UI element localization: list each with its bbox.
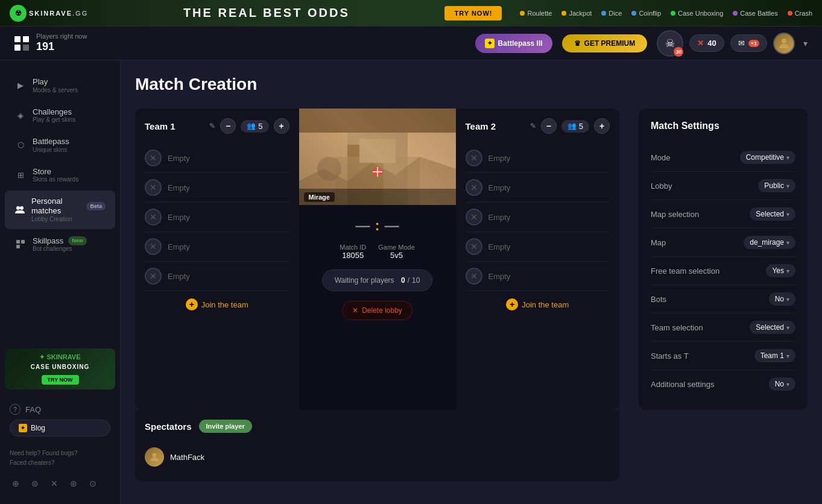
skillpass-icon [14,238,27,250]
players-count: 191 [36,40,87,54]
nav-jackpot[interactable]: Jackpot [561,10,592,17]
settings-starts-value[interactable]: Team 1 ▾ [754,349,795,362]
sidebar-footer: ? FAQ ✦ Blog Need help? Found bugs? Face… [0,394,120,494]
team2-join-button[interactable]: + Join the team [466,291,610,318]
skull-badge: 30 [674,47,683,57]
score-display: — : — [356,217,399,234]
player2-icon: ✕ [145,179,162,196]
team2-count-icon: 👥 [567,122,577,130]
settings-map-value[interactable]: de_mirage ▾ [744,236,795,249]
free-team-chevron-icon: ▾ [786,268,789,274]
discord-icon[interactable]: ⊕ [10,477,22,490]
invite-player-button[interactable]: Invite player [199,420,252,433]
premium-button[interactable]: ♛ GET PREMIUM [562,34,648,52]
team2-plus-button[interactable]: + [594,118,610,134]
svg-rect-8 [21,240,25,244]
nav-crash[interactable]: Crash [788,10,812,17]
svg-rect-14 [299,109,456,133]
svg-rect-9 [16,245,20,248]
svg-rect-3 [23,45,29,51]
sidebar-item-store[interactable]: ⊞ Store Skins as rewards [5,161,115,190]
twitter-icon[interactable]: ✕ [48,477,60,490]
team1-header: Team 1 ✎ − 👥 5 + [145,118,289,134]
delete-lobby-button[interactable]: ✕ Delete lobby [342,301,413,320]
nav-case-battles[interactable]: Case Battles [733,10,777,17]
promo-try-btn[interactable]: TRY NOW [42,375,79,385]
team1-minus-button[interactable]: − [220,118,236,134]
players-label: Players right now [36,33,87,40]
help-text: Need help? Found bugs? Faced cheaters? [10,444,110,473]
sidebar-item-skillpass[interactable]: Skillpass New Bot challenges [5,230,115,259]
blog-icon: ✦ [19,424,27,432]
team1-edit-icon[interactable]: ✎ [209,122,215,130]
team2-slot-1: ✕ Empty [466,143,610,173]
user-avatar[interactable] [773,33,795,54]
battlepass-icon: ✦ [485,39,495,48]
starts-chevron-icon: ▾ [786,353,789,359]
ad-try-button[interactable]: TRY NOW! [444,6,502,20]
team1-join-button[interactable]: + Join the team [145,291,289,318]
team-sel-chevron-icon: ▾ [786,324,789,331]
team1-plus-button[interactable]: + [274,118,289,134]
team1-count-icon: 👥 [247,122,256,130]
vk-icon[interactable]: ⊙ [87,477,99,490]
battlepass-button[interactable]: ✦ Battlepass III [475,34,552,53]
nav-roulette[interactable]: Roulette [520,10,552,17]
settings-bots-value[interactable]: No ▾ [769,292,795,306]
settings-bots-row: Bots No ▾ [651,285,795,313]
score-left: — [356,217,370,234]
score-colon: : [375,217,380,234]
faq-icon: ? [10,404,21,415]
sidebar-item-personal-matches[interactable]: Personal matches Beta Lobby Creation [5,191,115,228]
svg-rect-2 [14,45,21,51]
social-icons: ⊕ ⊚ ✕ ⊛ ⊙ [10,473,110,490]
svg-point-6 [20,206,24,210]
sidebar-item-play[interactable]: ▶ Play Modes & servers [5,71,115,100]
instagram-icon[interactable]: ⊚ [29,477,41,490]
faq-link[interactable]: ? FAQ [10,399,110,420]
nav-coinflip[interactable]: Coinflip [631,10,661,17]
settings-lobby-value[interactable]: Public ▾ [758,179,795,192]
sidebar-item-battlepass[interactable]: ⬡ Battlepass Unique skins [5,131,115,160]
mode-chevron-icon: ▾ [786,154,789,161]
header-actions: ☠ 30 ✕ 40 ✉ +1 ▾ [657,30,810,57]
t2player3-icon: ✕ [466,209,482,225]
sidebar-promo-banner[interactable]: ✦ SKINRAVE CASE UNBOXING TRY NOW [5,348,115,389]
team2-count: 👥 5 [561,120,589,133]
ad-logo[interactable]: ☢ SKINRAVE.GG [10,5,88,22]
play-icon: ▶ [14,80,27,92]
messages-button[interactable]: ✉ +1 [730,34,767,52]
settings-free-team-value[interactable]: Yes ▾ [766,264,795,277]
team2-minus-button[interactable]: − [541,118,557,134]
t2player2-icon: ✕ [466,179,482,196]
xp-button[interactable]: ✕ 40 [689,34,724,52]
header: Players right now 191 ✦ Battlepass III ♛… [0,27,822,60]
settings-mode-value[interactable]: Competitive ▾ [740,151,795,164]
spectators-header: Spectators Invite player [145,420,610,433]
map-details: — : — Match ID 18055 Game Mode [299,205,456,332]
t2player1-icon: ✕ [466,150,482,166]
settings-map-selection-value[interactable]: Selected ▾ [750,207,795,221]
steam-icon[interactable]: ⊛ [68,477,80,490]
nav-dice[interactable]: Dice [601,10,622,17]
svg-point-21 [153,453,157,457]
promo-subtitle: CASE UNBOXING [31,364,89,370]
settings-additional-value[interactable]: No ▾ [769,377,795,391]
map-preview: Mirage [299,109,456,205]
player4-icon: ✕ [145,238,162,255]
blog-button[interactable]: ✦ Blog [10,420,110,436]
map-sel-chevron-icon: ▾ [786,211,789,218]
player3-icon: ✕ [145,209,162,225]
team1-column: Team 1 ✎ − 👥 5 + ✕ Empty [135,109,299,410]
team2-slot-2: ✕ Empty [466,173,610,203]
skull-button[interactable]: ☠ 30 [657,30,683,57]
sidebar-item-challenges[interactable]: ◈ Challenges Play & get skins [5,101,115,130]
header-logo[interactable]: Players right now 191 [12,33,87,54]
map-overlay: Mirage [299,189,456,205]
message-badge: +1 [748,40,759,47]
settings-team-sel-value[interactable]: Selected ▾ [750,321,795,334]
team1-slot-3: ✕ Empty [145,203,289,232]
nav-case-unboxing[interactable]: Case Unboxing [671,10,723,17]
team2-edit-icon[interactable]: ✎ [530,122,536,130]
account-chevron-icon[interactable]: ▾ [801,36,810,51]
